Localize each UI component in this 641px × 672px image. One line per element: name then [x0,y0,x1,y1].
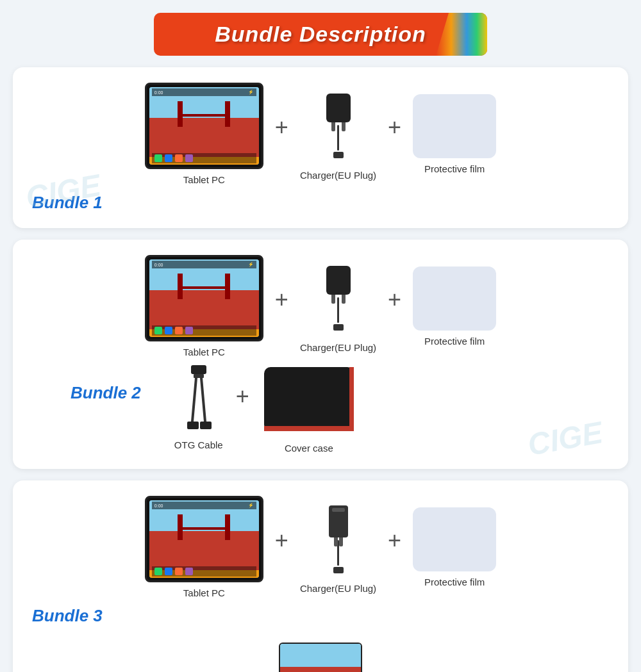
app-icon-4 [185,154,193,162]
plus-2: + [388,114,401,141]
app-icon-3-4 [185,568,193,575]
bundle3-label: Bundle 3 [32,606,609,626]
bridge-tower-right-2 [225,274,230,299]
app-icon-1 [154,154,162,162]
charger-prong-right-2 [342,295,345,304]
tablet-icons-bar-2 [152,325,256,336]
tablet-screen: 0:00 ⚡ [149,87,259,165]
tablet-image-2: 0:00 ⚡ [145,255,263,341]
bundle3-tablet-item: 0:00 ⚡ Tablet PC [145,496,263,598]
app-icon-3-1 [154,568,162,575]
bundle2-tablet-item: 0:00 ⚡ Tablet PC [145,255,263,357]
svg-rect-5 [200,422,212,429]
bundle2-film-label: Protective film [424,336,485,347]
tablet-info-2: ⚡ [248,262,254,267]
bundle3-tablet-label: Tablet PC [183,587,225,598]
charger-prong-right [342,122,345,131]
bridge-tower-right [225,101,230,127]
svg-rect-9 [349,367,354,428]
svg-rect-6 [264,367,354,431]
bundle1-tablet-item: 0:00 ⚡ Tablet PC [145,83,263,185]
bundle2-plus-2: + [388,286,401,313]
charger-image-3 [303,501,374,578]
bundle2-otg-label: OTG Cable [174,439,223,450]
charger-prong-left-2 [331,295,335,304]
bundle3-film-label: Protective film [424,577,485,587]
tablet-time-2: 0:00 [154,263,163,267]
bridge-tower-left [178,101,183,127]
bundle2-plus-1: + [275,286,288,313]
bridge-tower-left-2 [178,274,183,299]
charger-prong-left [331,122,335,131]
charger-image-2 [303,260,374,337]
tablet-screen-2: 0:00 ⚡ [149,259,259,337]
bundle3-plus-2: + [388,527,401,554]
svg-line-2 [192,378,196,422]
bundle2-tablet-label: Tablet PC [183,347,225,357]
app-icon-2 [165,154,172,162]
svg-rect-0 [191,365,206,374]
bundle3-plus-1: + [275,527,288,554]
bundle3-charger-item: Charger(EU Plug) [300,501,376,594]
tablet-time: 0:00 [154,90,163,95]
bundle2-otg-item: OTG Cable [173,364,224,450]
charger-cable [337,125,339,151]
bundle2-card: 0:00 ⚡ Tablet PC + [13,240,628,469]
header-title: Bundle Description [215,22,426,47]
bundle1-card: 0:00 ⚡ Tablet PC + [13,67,628,228]
film-image-3 [413,507,496,571]
bridge-structure [160,114,248,153]
tablet-status-bar: 0:00 ⚡ [152,88,256,96]
svg-line-3 [201,378,205,422]
bundle3-charger-label: Charger(EU Plug) [300,583,376,594]
film-image [413,94,496,158]
otg-cable-image [173,364,224,434]
charger-image [303,88,374,165]
tablet-time-3: 0:00 [154,504,163,508]
charger-cable-end-2 [333,324,344,331]
app-icon-2-2 [165,327,172,334]
tablet-info: ⚡ [248,90,254,95]
bundle1-tablet-label: Tablet PC [183,174,225,185]
app-icon-3-2 [165,568,172,575]
charger-body [326,94,351,122]
plus-1: + [275,114,288,141]
bundle1-label: Bundle 1 [32,193,609,213]
tablet-image: 0:00 ⚡ [145,83,263,169]
bundle2-plus-3: + [236,383,249,410]
bundle2-covercase-item: Cover case [261,364,357,454]
bundle2-label: Bundle 2 [71,383,141,403]
bundle2-charger-item: Charger(EU Plug) [300,260,376,353]
app-icon-2-4 [185,327,193,334]
tablet-screen-3: 0:00 ⚡ [149,500,259,578]
bundle1-row: 0:00 ⚡ Tablet PC + [32,83,609,185]
bridge-structure-3 [160,527,248,566]
app-icon-2-3 [175,327,183,334]
tablet-icons-bar-3 [152,566,256,577]
tablet-status-bar-2: 0:00 ⚡ [152,261,256,268]
bundle1-film-item: Protective film [413,94,496,174]
page-wrapper: Bundle Description 0:00 [13,13,628,672]
bridge-tower-left-3 [178,514,183,540]
bundle2-row1: 0:00 ⚡ Tablet PC + [32,255,609,357]
tablet-image-3: 0:00 ⚡ [145,496,263,582]
bundle3-card: 0:00 ⚡ Tablet PC + [13,480,628,672]
app-icon-2-1 [154,327,162,334]
app-icon-3 [175,154,183,162]
bundle3-row: 0:00 ⚡ Tablet PC + [32,496,609,598]
charger-cable-end [333,152,344,158]
tablet-icons-bar [152,153,256,163]
bundle2-charger-label: Charger(EU Plug) [300,342,376,353]
bundle1-charger-label: Charger(EU Plug) [300,170,376,181]
film-image-2 [413,266,496,331]
app-icon-3-3 [175,568,183,575]
bundle2-covercase-label: Cover case [285,443,333,454]
bundle2-film-item: Protective film [413,266,496,347]
header-banner: Bundle Description [154,13,487,56]
bundle3-film-item: Protective film [413,507,496,587]
charger-prong-right-3 [339,537,343,546]
tablet-status-bar-3: 0:00 ⚡ [152,502,256,509]
bundle3-extra-tablet-preview [279,643,362,672]
bridge-tower-right-3 [225,514,230,540]
svg-rect-8 [264,428,354,431]
